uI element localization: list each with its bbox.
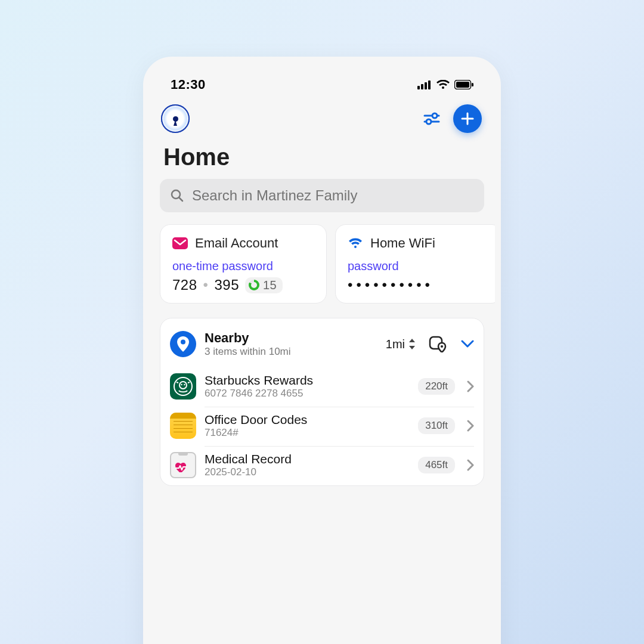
card-masked-value: ••••••••••: [348, 277, 490, 293]
nearby-panel: Nearby 3 items within 10mi 1mi S: [160, 318, 484, 486]
chevron-down-icon[interactable]: [461, 340, 474, 348]
wifi-icon: [348, 237, 363, 249]
stepper-icon: [408, 339, 416, 349]
phone-frame: 12:30 Home: [143, 57, 501, 644]
svg-rect-3: [428, 80, 431, 89]
search-bar[interactable]: [160, 179, 484, 212]
mail-icon: [172, 237, 188, 249]
svg-point-19: [181, 340, 185, 345]
card-title: Home WiFi: [370, 236, 435, 251]
nearby-item[interactable]: Starbucks Rewards 6072 7846 2278 4655 22…: [160, 367, 484, 407]
svg-point-10: [426, 119, 431, 124]
app-bar: [149, 98, 495, 140]
chevron-right-icon: [467, 380, 474, 392]
notes-icon: [170, 413, 196, 439]
item-subtitle: 2025-02-10: [205, 466, 410, 478]
svg-point-22: [174, 377, 192, 395]
distance-badge: 465ft: [418, 457, 455, 473]
pinned-cards-row[interactable]: Email Account one-time password 728 • 39…: [149, 224, 495, 318]
wifi-icon: [436, 80, 450, 89]
chevron-right-icon: [467, 459, 474, 471]
item-title: Medical Record: [205, 452, 410, 466]
starbucks-icon: [170, 373, 196, 400]
nearby-item[interactable]: Office Door Codes 71624# 310ft: [160, 407, 484, 446]
svg-rect-2: [425, 82, 427, 89]
svg-rect-5: [456, 82, 469, 88]
pinned-card-wifi[interactable]: Home WiFi password ••••••••••: [335, 224, 495, 304]
nearby-subtitle: 3 items within 10mi: [205, 346, 291, 358]
otp-timer-badge: 15: [245, 277, 283, 293]
svg-rect-1: [421, 84, 423, 89]
search-icon: [171, 189, 184, 202]
nearby-title: Nearby: [205, 330, 291, 346]
pinned-card-email[interactable]: Email Account one-time password 728 • 39…: [160, 224, 327, 304]
battery-icon: [454, 80, 473, 89]
filter-settings-button[interactable]: [421, 108, 442, 129]
nearby-item[interactable]: Medical Record 2025-02-10 465ft: [160, 446, 484, 485]
page-title: Home: [149, 140, 495, 179]
search-input[interactable]: [192, 187, 473, 204]
add-button[interactable]: [453, 104, 482, 133]
app-logo-icon[interactable]: [161, 104, 190, 133]
map-location-icon[interactable]: [429, 336, 447, 352]
nearby-header: Nearby 3 items within 10mi 1mi: [160, 327, 484, 367]
item-title: Office Door Codes: [205, 413, 410, 427]
svg-rect-6: [472, 83, 473, 86]
item-subtitle: 6072 7846 2278 4655: [205, 388, 410, 400]
svg-point-25: [184, 384, 185, 385]
distance-badge: 310ft: [418, 417, 455, 434]
item-subtitle: 71624#: [205, 427, 410, 439]
svg-rect-0: [417, 86, 420, 89]
svg-point-8: [432, 113, 437, 118]
distance-badge: 220ft: [418, 378, 455, 395]
card-field-label: password: [348, 259, 490, 273]
location-pin-icon: [170, 331, 196, 357]
card-field-label: one-time password: [172, 259, 314, 273]
distance-selector[interactable]: 1mi: [386, 338, 416, 351]
svg-rect-15: [172, 237, 188, 249]
card-otp-value: 728 • 395 15: [172, 277, 314, 293]
medical-record-icon: [170, 452, 196, 478]
chevron-right-icon: [467, 420, 474, 432]
otp-ring-icon: [249, 280, 259, 290]
svg-line-14: [179, 198, 183, 202]
svg-point-21: [441, 345, 443, 348]
item-title: Starbucks Rewards: [205, 373, 410, 388]
status-time: 12:30: [171, 77, 206, 92]
svg-point-24: [181, 384, 182, 385]
status-bar: 12:30: [149, 63, 495, 98]
card-title: Email Account: [195, 236, 278, 251]
svg-point-23: [179, 382, 187, 389]
cellular-icon: [417, 80, 432, 89]
